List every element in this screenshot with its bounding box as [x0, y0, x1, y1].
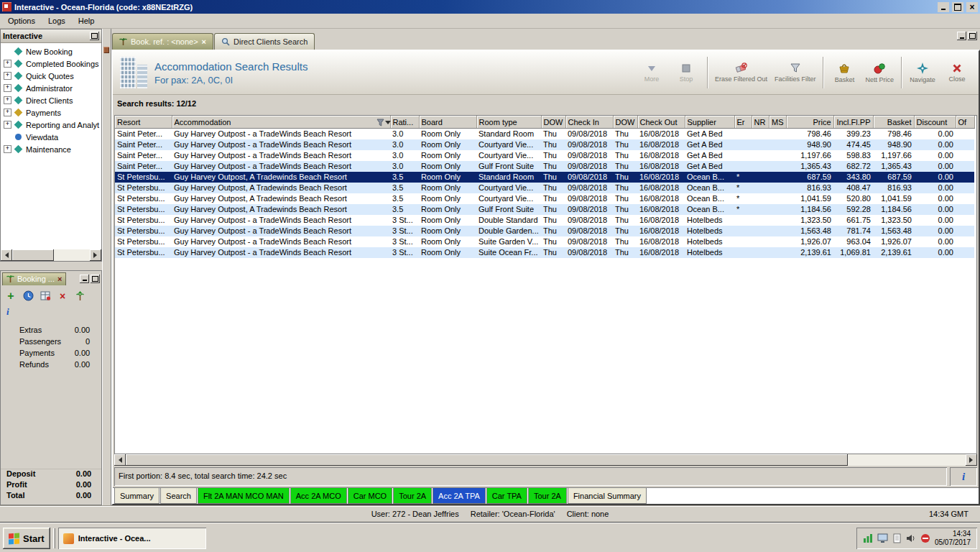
no-entry-tray-icon[interactable]	[920, 533, 930, 543]
speaker-tray-icon[interactable]	[906, 533, 916, 543]
table-row[interactable]: St Petersbu... Guy Harvey Outpost, A Tra…	[115, 204, 974, 215]
booking-maximize-button[interactable]	[91, 275, 100, 283]
mdi-minimize-button[interactable]	[957, 32, 966, 40]
monitor-tray-icon[interactable]	[877, 533, 889, 543]
column-header[interactable]: Check In	[565, 116, 613, 129]
column-header[interactable]: Resort	[115, 116, 172, 129]
menu-item[interactable]: Logs	[42, 15, 72, 27]
taskbar-task-button[interactable]: Interactive - Ocea...	[58, 528, 206, 549]
column-header[interactable]: Incl.Fl.PP	[833, 116, 873, 129]
scroll-right-button[interactable]	[966, 454, 977, 466]
mdi-restore-button[interactable]	[968, 32, 977, 40]
tree-expander-icon[interactable]	[4, 96, 11, 104]
scrollbar-thumb[interactable]	[126, 454, 848, 466]
start-button[interactable]: Start	[3, 528, 50, 549]
menu-item[interactable]: Options	[1, 15, 42, 27]
sidebar-item[interactable]: Maintenance	[1, 143, 101, 155]
scrollbar-thumb[interactable]	[12, 249, 54, 261]
info-button[interactable]: i	[950, 467, 977, 486]
minimize-button[interactable]	[938, 2, 949, 12]
publish-button[interactable]	[73, 289, 87, 303]
column-header[interactable]: Rati...	[390, 116, 419, 129]
sidebar-item[interactable]: Quick Quotes	[1, 70, 101, 82]
table-row[interactable]: St Petersbu... Guy Harvey Outpost, A Tra…	[115, 193, 974, 204]
sidebar-horizontal-scrollbar[interactable]	[1, 249, 101, 261]
column-header[interactable]: Accommodation	[172, 116, 390, 129]
booking-section-tab[interactable]: Car MCO	[348, 488, 392, 504]
column-header[interactable]: Of	[956, 116, 974, 129]
sidebar-item[interactable]: Administrator	[1, 82, 101, 94]
column-header[interactable]: DOW	[541, 116, 565, 129]
erase-filtered-out-button[interactable]: Erase Filtered Out	[711, 60, 771, 85]
more-button[interactable]: More	[634, 61, 669, 85]
column-header[interactable]: DOW	[613, 116, 637, 129]
sidebar-item[interactable]: Direct Clients	[1, 94, 101, 106]
sidebar-item[interactable]: Viewdata	[1, 131, 101, 143]
scroll-left-button[interactable]	[114, 454, 126, 466]
sidebar-item[interactable]: Payments	[1, 106, 101, 119]
table-row[interactable]: St Petersbu... Guy Harvey Outpost, A Tra…	[115, 183, 974, 193]
scroll-right-button[interactable]	[90, 249, 101, 261]
column-header[interactable]: Room type	[476, 116, 541, 129]
column-filter-icon[interactable]	[376, 118, 391, 127]
tree-expander-icon[interactable]	[4, 145, 11, 153]
column-header[interactable]: MS	[769, 116, 786, 129]
column-header[interactable]: Check Out	[637, 116, 685, 129]
booking-panel-tab[interactable]: Booking ...	[2, 272, 66, 285]
table-row[interactable]: Saint Peter... Guy Harvey Outpost - a Tr…	[115, 150, 974, 161]
table-row[interactable]: Saint Peter... Guy Harvey Outpost - a Tr…	[115, 139, 974, 150]
table-row[interactable]: Saint Peter... Guy Harvey Outpost - a Tr…	[115, 161, 974, 172]
add-button[interactable]: +	[4, 289, 18, 303]
tree-expander-icon[interactable]	[4, 72, 11, 80]
chart-tray-icon[interactable]	[863, 533, 873, 543]
sidebar-item[interactable]: Completed Bookings	[1, 58, 101, 70]
tab-booking-ref[interactable]: Book. ref. : <none>	[112, 33, 213, 50]
sidebar-item[interactable]: Reporting and Analyt	[1, 119, 101, 131]
booking-section-tab[interactable]: Summary	[114, 488, 160, 504]
booking-minimize-button[interactable]	[80, 275, 89, 283]
close-window-button[interactable]	[966, 2, 978, 12]
table-row[interactable]: St Petersbu... Guy Harvey Outpost - a Tr…	[115, 247, 974, 258]
vertical-splitter[interactable]	[102, 29, 111, 505]
remove-button[interactable]: ×	[55, 289, 70, 303]
panel-collapse-button[interactable]	[90, 32, 99, 40]
clock-button[interactable]	[21, 289, 35, 303]
column-header[interactable]: Basket	[873, 116, 914, 129]
restore-button[interactable]	[952, 2, 963, 12]
booking-section-tab[interactable]: Car TPA	[486, 488, 527, 504]
booking-section-tab[interactable]: Acc 2A MCO	[290, 488, 347, 504]
column-header[interactable]: Supplier	[685, 116, 734, 129]
splitter-collapse-button[interactable]	[103, 47, 109, 53]
navigate-button[interactable]: Navigate	[905, 60, 940, 86]
panel-splitter[interactable]	[0, 262, 102, 270]
column-header[interactable]: Discount	[914, 116, 956, 129]
booking-section-tab[interactable]: Tour 2A	[393, 488, 432, 504]
table-row[interactable]: St Petersbu... Guy Harvey Outpost, A Tra…	[115, 172, 974, 183]
facilities-filter-button[interactable]: Facilities Filter	[771, 60, 820, 85]
column-header[interactable]: Er	[734, 116, 752, 129]
booking-section-tab[interactable]: Acc 2A TPA	[433, 488, 486, 504]
table-row[interactable]: St Petersbu... Guy Harvey Outpost - a Tr…	[115, 236, 974, 247]
sidebar-item[interactable]: New Booking	[1, 45, 101, 58]
grid-horizontal-scrollbar[interactable]	[114, 454, 977, 466]
table-row[interactable]: Saint Peter... Guy Harvey Outpost - a Tr…	[115, 129, 974, 140]
column-header[interactable]: Board	[419, 116, 476, 129]
scroll-left-button[interactable]	[1, 249, 12, 261]
document-tray-icon[interactable]	[893, 533, 902, 543]
table-row[interactable]: St Petersbu... Guy Harvey Outpost - a Tr…	[115, 226, 974, 236]
tree-expander-icon[interactable]	[4, 109, 11, 116]
booking-section-tab[interactable]: Search	[160, 488, 197, 504]
grid-button[interactable]	[38, 289, 52, 303]
column-header[interactable]: Price	[786, 116, 833, 129]
nett-price-button[interactable]: Nett Price	[861, 60, 897, 86]
tree-expander-icon[interactable]	[4, 84, 11, 92]
info-icon[interactable]: i	[6, 306, 9, 317]
close-view-button[interactable]: Close	[940, 61, 974, 85]
tree-expander-icon[interactable]	[4, 121, 11, 129]
table-row[interactable]: St Petersbu... Guy Harvey Outpost - a Tr…	[115, 215, 974, 226]
stop-button[interactable]: Stop	[669, 61, 703, 85]
tree-expander-icon[interactable]	[4, 60, 11, 68]
basket-button[interactable]: Basket	[827, 60, 861, 86]
menu-item[interactable]: Help	[72, 15, 101, 27]
booking-section-tab[interactable]: Tour 2A	[528, 488, 567, 504]
